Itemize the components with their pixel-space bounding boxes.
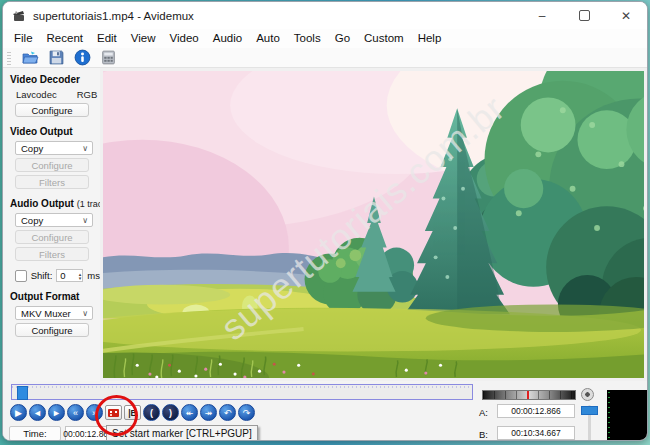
- sidebar: Video Decoder Lavcodec RGB Configure Vid…: [3, 68, 100, 381]
- menu-bar: FileRecentEditViewVideoAudioAutoToolsGoC…: [3, 29, 647, 48]
- shift-label: Shift:: [31, 270, 53, 281]
- audio-output-filters-button[interactable]: Filters: [15, 247, 89, 261]
- spin-down-icon[interactable]: ▾: [79, 276, 82, 280]
- go-to-marker-b-button[interactable]: ↷: [238, 404, 255, 421]
- go-to-marker-a-button[interactable]: ↶: [219, 404, 236, 421]
- main-content: Video Decoder Lavcodec RGB Configure Vid…: [3, 68, 647, 381]
- selection-value: 00:10:21.801: [519, 440, 572, 441]
- time-label: Time:: [9, 426, 61, 441]
- avidemux-window: supertutoriais1.mp4 - Avidemux – ✕ FileR…: [2, 1, 648, 441]
- video-output-configure-button[interactable]: Configure: [15, 158, 89, 172]
- video-decoder-configure-button[interactable]: Configure: [15, 103, 89, 117]
- shift-unit-label: ms: [87, 270, 100, 281]
- menu-audio[interactable]: Audio: [206, 32, 249, 44]
- marker-a-field[interactable]: 00:00:12.866: [497, 404, 575, 418]
- save-icon[interactable]: [48, 50, 65, 66]
- video-still-landscape: [103, 71, 644, 378]
- video-output-selected: Copy: [21, 143, 43, 154]
- timeline-slider-handle[interactable]: [17, 386, 28, 400]
- chevron-down-icon: ∨: [82, 144, 88, 153]
- red-annotation-circle: [95, 395, 138, 436]
- vu-meter: [482, 390, 576, 400]
- selection-label: Selection:: [477, 440, 517, 441]
- audio-output-title: Audio Output (1 track(s)): [10, 198, 100, 209]
- audio-output-configure-button[interactable]: Configure: [15, 230, 89, 244]
- timeline-slider[interactable]: [11, 384, 473, 400]
- decoder-codec-label: Lavcodec: [16, 89, 57, 100]
- video-output-title: Video Output: [10, 126, 100, 137]
- shift-spinner[interactable]: 0 ▴ ▾: [56, 269, 83, 282]
- forward-jump-button[interactable]: ↠: [200, 404, 217, 421]
- speaker-icon[interactable]: [581, 388, 594, 401]
- menu-help[interactable]: Help: [411, 32, 449, 44]
- open-file-icon[interactable]: [22, 50, 39, 66]
- marker-b-label: B:: [479, 429, 488, 440]
- marker-b-field[interactable]: 00:10:34.667: [497, 426, 575, 440]
- menu-file[interactable]: File: [7, 32, 40, 44]
- backward-jump-button[interactable]: ↞: [181, 404, 198, 421]
- shift-checkbox[interactable]: [15, 270, 27, 282]
- toolbar-drag-handle[interactable]: [7, 51, 11, 65]
- previous-black-frame-button[interactable]: (: [143, 404, 160, 421]
- output-format-select[interactable]: MKV Muxer ∨: [15, 306, 93, 320]
- information-icon[interactable]: [74, 50, 91, 66]
- vu-meter-marker: [527, 391, 529, 399]
- menu-go[interactable]: Go: [328, 32, 357, 44]
- previous-keyframe-button[interactable]: «: [67, 404, 84, 421]
- close-button[interactable]: ✕: [605, 2, 647, 29]
- spinner-arrows-icon[interactable]: ▴ ▾: [79, 272, 83, 280]
- maximize-button[interactable]: [563, 2, 605, 29]
- visualizer-ticks: [608, 392, 610, 438]
- menu-video[interactable]: Video: [163, 32, 206, 44]
- toolbar: [3, 48, 647, 68]
- title-bar: supertutoriais1.mp4 - Avidemux – ✕: [3, 2, 647, 29]
- window-title: supertutoriais1.mp4 - Avidemux: [33, 10, 521, 22]
- video-output-filters-button[interactable]: Filters: [15, 175, 89, 189]
- menu-recent[interactable]: Recent: [40, 32, 90, 44]
- maximize-icon: [579, 10, 590, 21]
- video-preview-area: supertutoriais.com.br: [100, 68, 647, 381]
- output-format-configure-button[interactable]: Configure: [15, 323, 89, 337]
- audio-visualizer: [607, 390, 647, 440]
- chevron-down-icon: ∨: [82, 309, 88, 318]
- video-output-select[interactable]: Copy ∨: [15, 141, 93, 155]
- audio-output-title-text: Audio Output: [10, 198, 74, 209]
- volume-slider-handle[interactable]: [581, 406, 598, 415]
- shift-row: Shift: 0 ▴ ▾ ms: [15, 269, 100, 282]
- bottom-panel: ▶◄►«»|B()↞↠↶↷ Time: 00:00:12.866 Set sta…: [3, 381, 647, 441]
- codec-row: Lavcodec RGB: [16, 89, 100, 100]
- menu-custom[interactable]: Custom: [357, 32, 411, 44]
- selection-duration: Selection: 00:10:21.801: [477, 440, 572, 441]
- bitrate-calculator-icon[interactable]: [100, 50, 117, 66]
- next-black-frame-button[interactable]: ): [162, 404, 179, 421]
- output-format-title: Output Format: [10, 291, 100, 302]
- menu-edit[interactable]: Edit: [90, 32, 124, 44]
- decoder-mode-label: RGB: [77, 89, 98, 100]
- app-icon: [12, 9, 26, 23]
- chevron-down-icon: ∨: [82, 216, 88, 225]
- audio-output-tracks: (1 track(s)): [77, 199, 100, 209]
- marker-a-label: A:: [479, 407, 488, 418]
- shift-value: 0: [57, 270, 79, 281]
- desktop-background: supertutoriais1.mp4 - Avidemux – ✕ FileR…: [0, 0, 650, 445]
- video-frame: supertutoriais.com.br: [103, 71, 644, 378]
- minimize-button[interactable]: –: [521, 2, 563, 29]
- play-button[interactable]: ▶: [10, 404, 27, 421]
- menu-tools[interactable]: Tools: [287, 32, 328, 44]
- video-decoder-title: Video Decoder: [10, 74, 100, 85]
- audio-output-selected: Copy: [21, 215, 43, 226]
- output-format-selected: MKV Muxer: [21, 308, 71, 319]
- audio-output-select[interactable]: Copy ∨: [15, 213, 93, 227]
- previous-frame-button[interactable]: ◄: [29, 404, 46, 421]
- menu-view[interactable]: View: [124, 32, 163, 44]
- menu-auto[interactable]: Auto: [249, 32, 287, 44]
- next-frame-button[interactable]: ►: [48, 404, 65, 421]
